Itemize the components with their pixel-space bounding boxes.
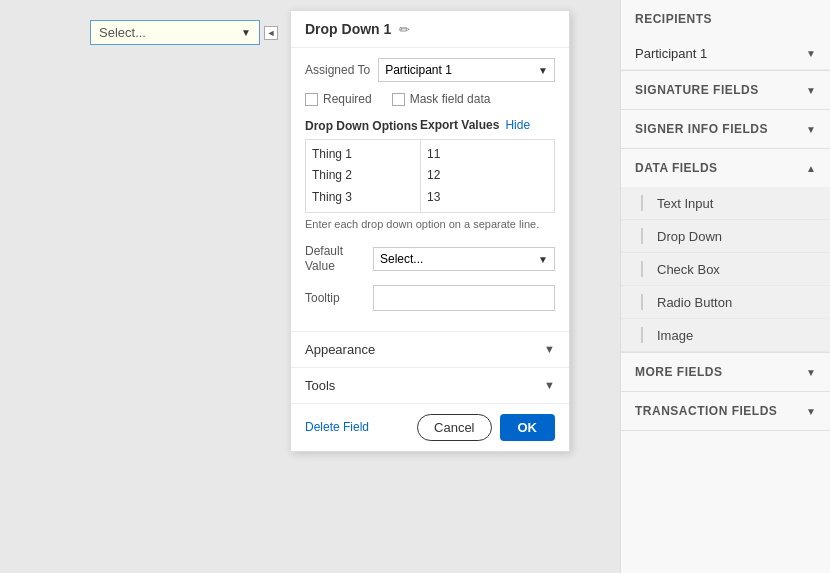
mask-field-checkbox[interactable]: Mask field data [392,92,491,106]
canvas-handle[interactable]: ◄ [264,26,278,40]
transaction-fields-header[interactable]: Transaction Fields ▼ [621,392,830,430]
required-checkbox[interactable]: Required [305,92,372,106]
check-box-label: Check Box [657,262,720,277]
signature-fields-header[interactable]: Signature Fields ▼ [621,71,830,109]
data-field-radio-button[interactable]: Radio Button [621,286,830,319]
data-fields-arrow-icon: ▲ [806,163,816,174]
tooltip-label: Tooltip [305,291,365,305]
recipients-title: RECIPIENTS [635,12,712,26]
image-label: Image [657,328,693,343]
export-13: 13 [427,187,548,209]
data-field-image[interactable]: Image [621,319,830,352]
panel-body: Assigned To Participant 1 ▼ Required Mas… [291,48,569,331]
recipients-header[interactable]: RECIPIENTS [621,0,830,38]
transaction-fields-arrow-icon: ▼ [806,406,816,417]
export-11: 11 [427,144,548,166]
options-section: Drop Down Options Export Values Hide Thi… [305,118,555,232]
tooltip-input[interactable] [373,285,555,311]
text-input-divider [641,195,643,211]
data-field-check-box[interactable]: Check Box [621,253,830,286]
canvas-select-arrow-icon: ▼ [241,27,251,38]
tooltip-row: Tooltip [305,285,555,311]
canvas-area: Select... ▼ ◄ Drop Down 1 ✏ Assigned To … [0,0,620,573]
drop-down-divider [641,228,643,244]
tools-section[interactable]: Tools ▼ [291,367,569,403]
signature-fields-arrow-icon: ▼ [806,85,816,96]
radio-button-divider [641,294,643,310]
export-header: Export Values Hide [420,118,530,132]
export-values-label: Export Values [420,118,499,132]
tools-title: Tools [305,378,335,393]
drop-down-label: Drop Down [657,229,722,244]
data-fields-list: Text Input Drop Down Check Box Radio But… [621,187,830,352]
image-divider [641,327,643,343]
default-value-select[interactable]: Select... ▼ [373,247,555,271]
assigned-to-select[interactable]: Participant 1 ▼ [378,58,555,82]
option-thing1: Thing 1 [312,144,414,166]
option-thing3: Thing 3 [312,187,414,209]
signer-info-header[interactable]: Signer Info Fields ▼ [621,110,830,148]
signature-fields-title: Signature Fields [635,83,759,97]
option-thing2: Thing 2 [312,165,414,187]
data-fields-section: Data Fields ▲ Text Input Drop Down Check… [621,149,830,353]
panel-title: Drop Down 1 [305,21,391,37]
default-value-arrow-icon: ▼ [538,254,548,265]
options-grid: Thing 1 Thing 2 Thing 3 11 12 13 [305,139,555,214]
more-fields-section: More Fields ▼ [621,353,830,392]
transaction-fields-section: Transaction Fields ▼ [621,392,830,431]
tools-arrow-icon: ▼ [544,379,555,391]
right-sidebar: RECIPIENTS Participant 1 ▼ Signature Fie… [620,0,830,573]
signer-info-arrow-icon: ▼ [806,124,816,135]
recipients-section: RECIPIENTS Participant 1 ▼ [621,0,830,71]
panel: Drop Down 1 ✏ Assigned To Participant 1 … [290,10,570,452]
check-box-divider [641,261,643,277]
appearance-arrow-icon: ▼ [544,343,555,355]
signature-fields-section: Signature Fields ▼ [621,71,830,110]
ok-button[interactable]: OK [500,414,556,441]
canvas-select[interactable]: Select... ▼ [90,20,260,45]
default-value-label: DefaultValue [305,244,365,275]
canvas-dropdown-widget: Select... ▼ ◄ [90,20,278,45]
main-area: Select... ▼ ◄ Drop Down 1 ✏ Assigned To … [0,0,830,573]
required-checkbox-box [305,93,318,106]
delete-field-link[interactable]: Delete Field [305,420,369,434]
radio-button-label: Radio Button [657,295,732,310]
appearance-section[interactable]: Appearance ▼ [291,331,569,367]
edit-icon[interactable]: ✏ [399,22,410,37]
hide-link[interactable]: Hide [505,118,530,132]
more-fields-header[interactable]: More Fields ▼ [621,353,830,391]
options-title: Drop Down Options [305,119,418,133]
assigned-to-label: Assigned To [305,63,370,77]
mask-field-checkbox-box [392,93,405,106]
mask-field-checkbox-label: Mask field data [410,92,491,106]
panel-header: Drop Down 1 ✏ [291,11,569,48]
data-field-drop-down[interactable]: Drop Down [621,220,830,253]
panel-footer: Delete Field Cancel OK [291,403,569,451]
participant-1-name: Participant 1 [635,46,707,61]
default-value-row: DefaultValue Select... ▼ [305,244,555,275]
more-fields-title: More Fields [635,365,723,379]
cancel-button[interactable]: Cancel [417,414,491,441]
text-input-label: Text Input [657,196,713,211]
signer-info-section: Signer Info Fields ▼ [621,110,830,149]
more-fields-arrow-icon: ▼ [806,367,816,378]
participant-1-arrow-icon: ▼ [806,48,816,59]
data-fields-header[interactable]: Data Fields ▲ [621,149,830,187]
export-12: 12 [427,165,548,187]
data-field-text-input[interactable]: Text Input [621,187,830,220]
transaction-fields-title: Transaction Fields [635,404,777,418]
options-left: Thing 1 Thing 2 Thing 3 [306,140,421,213]
assigned-to-value: Participant 1 [385,63,452,77]
default-value-placeholder: Select... [380,252,423,266]
canvas-select-text: Select... [99,25,146,40]
appearance-title: Appearance [305,342,375,357]
footer-buttons: Cancel OK [417,414,555,441]
options-hint: Enter each drop down option on a separat… [305,217,555,231]
assigned-to-row: Assigned To Participant 1 ▼ [305,58,555,82]
checkboxes-row: Required Mask field data [305,92,555,106]
assigned-to-arrow-icon: ▼ [538,65,548,76]
options-right: 11 12 13 [421,140,554,213]
signer-info-title: Signer Info Fields [635,122,768,136]
participant-1-item[interactable]: Participant 1 ▼ [621,38,830,70]
data-fields-title: Data Fields [635,161,718,175]
